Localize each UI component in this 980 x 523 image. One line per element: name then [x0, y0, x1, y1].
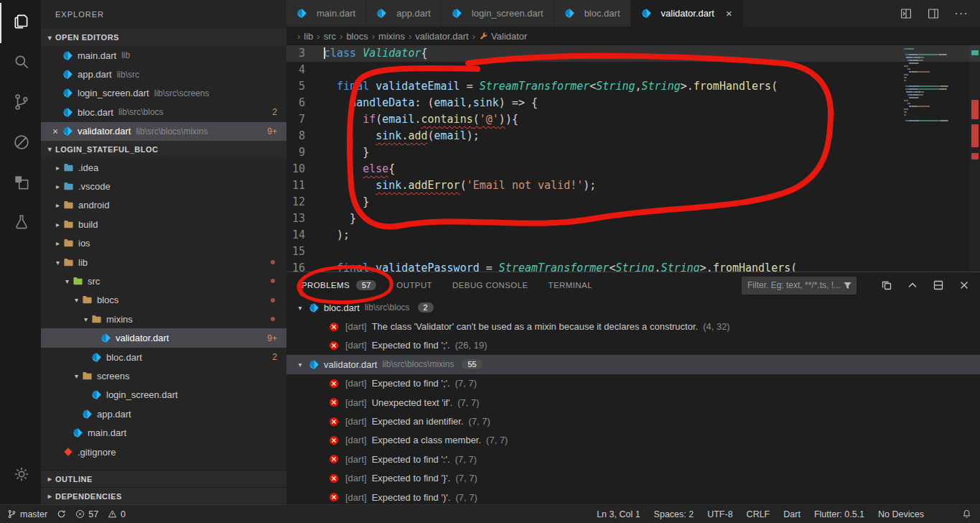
open-editor-validator-dart[interactable]: × validator.dart lib\src\blocs\mixins 9+ [41, 122, 286, 141]
problem-row[interactable]: [dart] The class 'Validator' can't be us… [286, 317, 980, 335]
code-line-14[interactable]: 14 ); [286, 227, 980, 244]
tree-item-blocs[interactable]: ▾ blocs [41, 291, 286, 310]
error-icon [329, 492, 339, 502]
open-editors-header[interactable]: ▾ OPEN EDITORS [41, 29, 286, 46]
tab-close-icon[interactable]: × [726, 7, 732, 19]
split-editor-icon[interactable] [927, 7, 940, 20]
open-editor-app-dart[interactable]: app.dart lib\src [41, 65, 286, 83]
problem-row[interactable]: [dart] Expected to find ';'. (26, 19) [286, 336, 980, 355]
problem-file-bloc-dart[interactable]: ▾ bloc.dart lib\src\blocs 2 [286, 298, 980, 317]
problem-row[interactable]: [dart] Expected an identifier. (7, 7) [286, 412, 980, 430]
close-panel-icon[interactable] [958, 279, 970, 291]
tree-item-login-screen-dart[interactable]: login_screen.dart [41, 386, 286, 404]
tree-item-lib[interactable]: ▾ lib [41, 253, 286, 272]
panel-tab-problems[interactable]: PROBLEMS 57 [302, 280, 376, 290]
tree-item-app-dart[interactable]: app.dart [41, 404, 286, 423]
code-line-9[interactable]: 9 } [286, 144, 980, 161]
status-cursor-position[interactable]: Ln 3, Col 1 [597, 509, 640, 519]
activity-test-beaker-icon[interactable] [0, 204, 41, 244]
status-warnings[interactable]: 0 [108, 509, 126, 519]
tree-item-bloc-dart[interactable]: bloc.dart2 [41, 348, 286, 366]
breadcrumb-blocs[interactable]: blocs [346, 31, 368, 42]
more-actions-icon[interactable]: ··· [954, 6, 969, 21]
open-editor-bloc-dart[interactable]: bloc.dart lib\src\blocs 2 [41, 103, 286, 121]
tree-item-android[interactable]: ▸ android [41, 196, 286, 215]
tab-bloc-dart[interactable]: bloc.dart [554, 0, 631, 27]
filter-input[interactable] [747, 280, 843, 290]
outline-section[interactable]: ▸ OUTLINE [41, 470, 286, 487]
tree-item-mixins[interactable]: ▾ mixins [41, 310, 286, 328]
code-line-6[interactable]: 6 handleData: (email,sink) => { [286, 95, 980, 111]
panel-tab-terminal[interactable]: TERMINAL [549, 281, 592, 290]
tree-item-build[interactable]: ▸ build [41, 215, 286, 233]
problem-row[interactable]: [dart] Expected to find ':'. (7, 7) [286, 450, 980, 468]
activity-search-icon[interactable] [0, 43, 41, 83]
open-editor-login-screen-dart[interactable]: login_screen.dart lib\src\screens [41, 84, 286, 103]
tab-login-screen-dart[interactable]: login_screen.dart [442, 0, 554, 27]
activity-debug-icon[interactable] [0, 124, 41, 164]
problem-row[interactable]: [dart] Expected to find '}'. (7, 7) [286, 469, 980, 488]
code-line-8[interactable]: 8 sink.add(email); [286, 128, 980, 144]
breadcrumb-src[interactable]: src [324, 31, 336, 42]
activity-explorer-icon[interactable] [0, 3, 41, 43]
overview-ruler[interactable] [969, 45, 980, 272]
status-encoding[interactable]: UTF-8 [707, 509, 732, 519]
code-line-3[interactable]: 3class Validator{ [286, 45, 980, 62]
open-editor-main-dart[interactable]: main.dart lib [41, 46, 286, 65]
problem-row[interactable]: [dart] Expected to find ')'. (7, 7) [286, 488, 980, 504]
tab-app-dart[interactable]: app.dart [366, 0, 442, 27]
close-icon[interactable]: × [48, 126, 62, 137]
restore-panel-icon[interactable] [933, 279, 944, 291]
tree-item-src[interactable]: ▾ src [41, 272, 286, 290]
tree-item-idea[interactable]: ▸ .idea [41, 158, 286, 177]
problem-file-validator-dart[interactable]: ▾ validator.dart lib\src\blocs\mixins 55 [286, 355, 980, 374]
status-errors[interactable]: 57 [75, 509, 98, 519]
status-indentation[interactable]: Spaces: 2 [654, 509, 694, 519]
panel-tab-output[interactable]: OUTPUT [396, 281, 432, 290]
breadcrumb-mixins[interactable]: mixins [378, 31, 405, 42]
code-token: ( [771, 80, 778, 93]
project-section-header[interactable]: ▾ LOGIN_STATEFUL_BLOC [41, 141, 286, 158]
maximize-panel-icon[interactable] [907, 279, 918, 291]
code-line-16[interactable]: 16 final validatePassword = StreamTransf… [286, 260, 980, 272]
breadcrumb-lib[interactable]: lib [304, 31, 313, 42]
breadcrumb-validator-dart[interactable]: validator.dart [415, 31, 468, 42]
code-line-13[interactable]: 13 } [286, 210, 980, 227]
status-notifications[interactable] [962, 509, 971, 519]
status-flutter-version[interactable]: Flutter: 0.5.1 [814, 509, 864, 519]
code-line-10[interactable]: 10 else{ [286, 161, 980, 177]
tree-item-gitignore[interactable]: .gitignore [41, 443, 286, 461]
problem-row[interactable]: [dart] Expected to find ';'. (7, 7) [286, 374, 980, 393]
activity-source-control-icon[interactable] [0, 83, 41, 124]
dependencies-section[interactable]: ▸ DEPENDENCIES [41, 487, 286, 504]
minimap[interactable] [904, 48, 967, 123]
tab-main-dart[interactable]: main.dart [286, 0, 366, 27]
tree-item-ios[interactable]: ▸ ios [41, 234, 286, 253]
problem-row[interactable]: [dart] Expected a class member. (7, 7) [286, 431, 980, 450]
project-name-label: LOGIN_STATEFUL_BLOC [55, 145, 159, 154]
panel-tab-debug-console[interactable]: DEBUG CONSOLE [452, 281, 528, 290]
open-changes-icon[interactable] [900, 7, 913, 20]
status-devices[interactable]: No Devices [878, 509, 924, 519]
problem-row[interactable]: [dart] Unexpected text 'if'. (7, 7) [286, 393, 980, 412]
tree-item-validator-dart[interactable]: validator.dart9+ [41, 328, 286, 347]
activity-settings-gear-icon[interactable] [0, 455, 41, 496]
activity-extensions-icon[interactable] [0, 164, 41, 204]
tab-validator-dart[interactable]: validator.dart × [631, 0, 743, 27]
code-line-12[interactable]: 12 } [286, 194, 980, 210]
code-editor[interactable]: 3class Validator{ 4 5 final validateEmai… [286, 45, 980, 272]
tree-item-vscode[interactable]: ▸ .vscode [41, 177, 286, 195]
code-line-11[interactable]: 11 sink.addError('Email not valid!'); [286, 177, 980, 194]
code-line-5[interactable]: 5 final validateEmail = StreamTransforme… [286, 78, 980, 95]
code-line-4[interactable]: 4 [286, 62, 980, 78]
status-sync[interactable] [57, 509, 66, 519]
tree-item-main-dart[interactable]: main.dart [41, 423, 286, 442]
status-eol[interactable]: CRLF [747, 509, 770, 519]
breadcrumb-symbol[interactable]: Validator [479, 31, 527, 42]
tree-item-screens[interactable]: ▾ screens [41, 366, 286, 385]
copy-icon[interactable] [881, 279, 892, 291]
code-line-15[interactable]: 15 [286, 244, 980, 260]
status-language-mode[interactable]: Dart [783, 509, 801, 519]
code-line-7[interactable]: 7 if(email.contains('@')){ [286, 111, 980, 128]
status-git-branch[interactable]: master [7, 509, 47, 519]
